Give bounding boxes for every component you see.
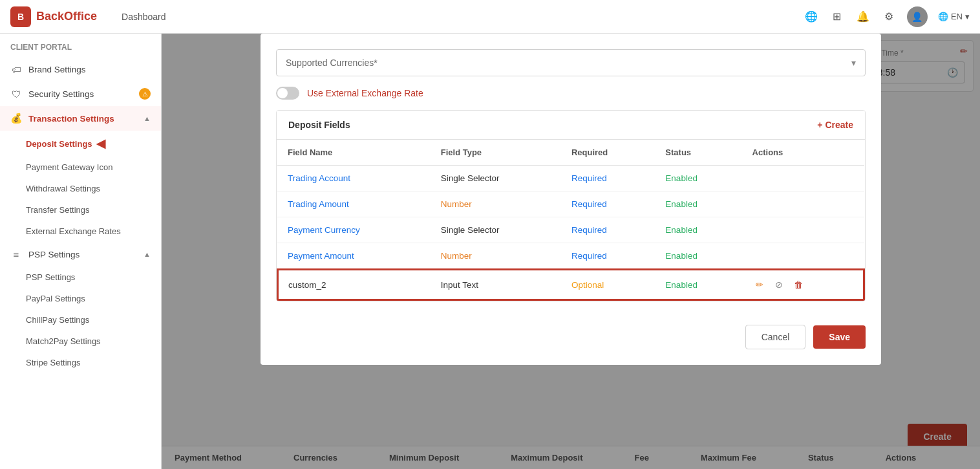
globe-icon[interactable]: 🌐 <box>804 9 819 25</box>
status-5: Enabled <box>665 280 698 290</box>
navbar-icons: 🌐 ⊞ 🔔 ⚙ 👤 🌐 EN ▾ <box>804 6 970 27</box>
field-type-5: Input Text <box>441 280 478 290</box>
deposit-fields-header: Deposit Fields + Create <box>277 111 865 140</box>
sidebar-sub-item-withdrawal-settings[interactable]: Withdrawal Settings <box>0 178 161 199</box>
sidebar-sub-item-paypal[interactable]: PayPal Settings <box>0 288 161 309</box>
table-row: Payment Amount Number Required Enabled <box>277 243 864 270</box>
delete-action-icon[interactable]: 🗑 <box>791 278 805 292</box>
required-3: Required <box>571 225 607 235</box>
app-logo[interactable]: B BackOffice <box>10 6 97 27</box>
field-name-4[interactable]: Payment Amount <box>288 251 354 261</box>
actions-4 <box>742 243 864 270</box>
external-exchange-rate-toggle[interactable] <box>276 87 299 100</box>
required-5: Optional <box>571 280 604 290</box>
sidebar-sub-item-psp[interactable]: PSP Settings <box>0 267 161 288</box>
navbar: B BackOffice Dashboard 🌐 ⊞ 🔔 ⚙ 👤 🌐 EN ▾ <box>0 0 980 34</box>
list-icon: ≡ <box>10 248 22 260</box>
payment-gateway-label: Payment Gateway Icon <box>26 162 112 172</box>
status-3: Enabled <box>665 225 698 235</box>
sidebar-item-psp-settings[interactable]: ≡ PSP Settings ▲ <box>0 242 161 267</box>
security-badge: ⚠ <box>139 88 151 100</box>
grid-icon[interactable]: ⊞ <box>829 9 845 25</box>
actions-2 <box>742 191 864 217</box>
brand-settings-label: Brand Settings <box>28 65 151 74</box>
chevron-down-icon: ▾ <box>851 58 856 68</box>
transfer-settings-label: Transfer Settings <box>26 205 90 215</box>
language-selector[interactable]: 🌐 EN ▾ <box>938 12 970 21</box>
field-type-4: Number <box>441 251 472 261</box>
deposit-create-button[interactable]: + Create <box>817 120 853 130</box>
chevron-up-icon-psp: ▲ <box>144 250 151 258</box>
table-row: Trading Account Single Selector Required… <box>277 166 864 191</box>
sidebar-section-client-portal: Client Portal <box>0 34 161 57</box>
cancel-button[interactable]: Cancel <box>745 325 806 349</box>
table-header-row: Field Name Field Type Required Status Ac… <box>277 140 864 166</box>
save-button[interactable]: Save <box>813 325 866 349</box>
chillpay-label: ChillPay Settings <box>26 315 89 325</box>
transaction-settings-label: Transaction Settings <box>28 114 137 124</box>
sidebar-sub-item-payment-gateway[interactable]: Payment Gateway Icon <box>0 157 161 178</box>
bell-icon[interactable]: 🔔 <box>855 9 871 25</box>
stripe-label: Stripe Settings <box>26 358 81 367</box>
sidebar-item-brand-settings[interactable]: 🏷 Brand Settings <box>0 57 161 82</box>
field-name-1[interactable]: Trading Account <box>288 173 350 183</box>
user-avatar[interactable]: 👤 <box>907 6 928 27</box>
col-header-actions: Actions <box>742 140 864 166</box>
sidebar-sub-item-external-exchange-rates[interactable]: External Exchange Rates <box>0 221 161 242</box>
actions-3 <box>742 217 864 243</box>
status-1: Enabled <box>665 173 698 183</box>
actions-1 <box>742 166 864 191</box>
field-name-3[interactable]: Payment Currency <box>288 225 360 235</box>
field-type-1: Single Selector <box>441 173 500 183</box>
app-name: BackOffice <box>36 10 97 23</box>
table-row-custom: custom_2 Input Text Optional Enabled <box>277 269 864 300</box>
custom-row-actions: ✏ ⊘ 🗑 <box>752 278 853 292</box>
sidebar-sub-item-match2pay[interactable]: Match2Pay Settings <box>0 331 161 352</box>
sidebar-sub-item-deposit-settings[interactable]: Deposit Settings ◀ <box>0 131 161 157</box>
status-4: Enabled <box>665 251 698 261</box>
edit-action-icon[interactable]: ✏ <box>752 278 767 292</box>
deposit-fields-table: Field Name Field Type Required Status Ac… <box>277 140 865 301</box>
supported-currencies-dropdown[interactable]: Supported Currencies* ▾ <box>276 49 866 76</box>
table-row: Trading Amount Number Required Enabled <box>277 191 864 217</box>
shield-icon: 🛡 <box>10 88 22 100</box>
modal-dialog: Supported Currencies* ▾ Use External Exc… <box>261 34 881 365</box>
security-settings-label: Security Settings <box>28 89 133 99</box>
table-row: Payment Currency Single Selector Require… <box>277 217 864 243</box>
sidebar: Client Portal 🏷 Brand Settings 🛡 Securit… <box>0 34 162 469</box>
supported-currencies-label: Supported Currencies* <box>286 58 378 68</box>
external-exchange-rate-label[interactable]: Use External Exchange Rate <box>307 88 423 98</box>
field-type-2: Number <box>441 199 472 209</box>
col-header-field-name: Field Name <box>277 140 431 166</box>
match2pay-label: Match2Pay Settings <box>26 336 101 346</box>
chevron-up-icon: ▲ <box>144 115 151 122</box>
col-header-field-type: Field Type <box>431 140 561 166</box>
arrow-indicator: ◀ <box>96 136 105 151</box>
field-name-2[interactable]: Trading Amount <box>288 199 349 209</box>
sidebar-sub-item-chillpay[interactable]: ChillPay Settings <box>0 309 161 331</box>
col-header-status: Status <box>655 140 741 166</box>
modal-footer: Cancel Save <box>276 314 866 349</box>
external-exchange-rate-row: Use External Exchange Rate <box>276 87 866 100</box>
sidebar-item-transaction-settings[interactable]: 💰 Transaction Settings ▲ <box>0 106 161 131</box>
required-4: Required <box>571 251 607 261</box>
modal-overlay: Supported Currencies* ▾ Use External Exc… <box>162 34 980 469</box>
nav-dashboard[interactable]: Dashboard <box>112 12 175 22</box>
required-2: Required <box>571 199 607 209</box>
paypal-label: PayPal Settings <box>26 294 85 303</box>
wallet-icon: 💰 <box>10 113 22 124</box>
tag-icon: 🏷 <box>10 63 22 75</box>
deposit-fields-section: Deposit Fields + Create Field Name Field… <box>276 110 866 301</box>
field-name-5: custom_2 <box>288 280 326 290</box>
sidebar-item-security-settings[interactable]: 🛡 Security Settings ⚠ <box>0 82 161 106</box>
external-exchange-rates-label: External Exchange Rates <box>26 226 121 236</box>
sidebar-sub-item-transfer-settings[interactable]: Transfer Settings <box>0 199 161 221</box>
required-1: Required <box>571 173 607 183</box>
sidebar-sub-item-stripe[interactable]: Stripe Settings <box>0 352 161 373</box>
deposit-settings-label: Deposit Settings <box>26 139 92 149</box>
disable-action-icon[interactable]: ⊘ <box>772 278 786 292</box>
logo-icon: B <box>10 6 31 27</box>
field-type-3: Single Selector <box>441 225 500 235</box>
gear-icon[interactable]: ⚙ <box>881 9 897 25</box>
col-header-required: Required <box>561 140 655 166</box>
